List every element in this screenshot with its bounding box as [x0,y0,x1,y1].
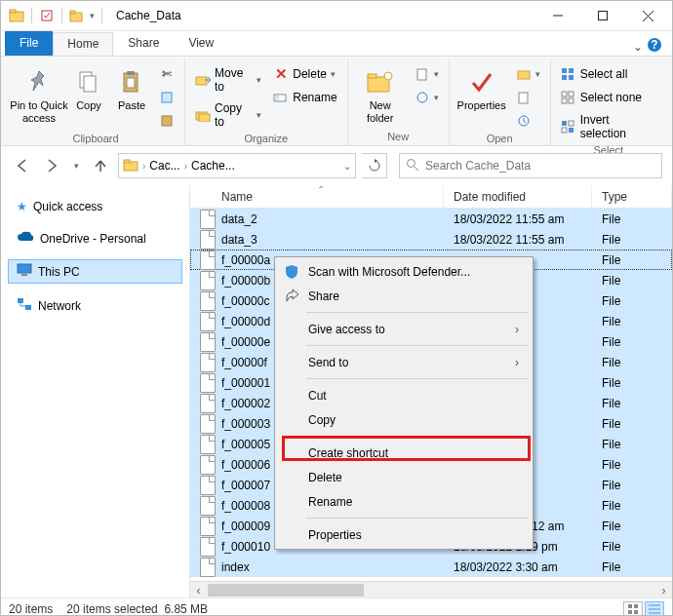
properties-qat-icon[interactable] [39,8,55,23]
selectall-button[interactable]: Select all [557,64,660,84]
edit-small-button[interactable] [512,88,544,107]
view-details-button[interactable] [645,601,664,617]
ctx-copy[interactable]: Copy [277,407,531,432]
newfolder-icon [365,66,396,97]
help-icon[interactable]: ? [647,37,662,56]
file-name: f_00000f [221,356,267,369]
column-type[interactable]: Type [592,185,672,208]
pasteshortcut-small-button[interactable] [155,111,178,131]
file-name: f_000003 [221,417,270,431]
ctx-give-access[interactable]: Give access to › [277,317,531,341]
file-icon [200,496,216,516]
delete-button[interactable]: ✕Delete ▾ [269,64,340,84]
copypath-small-button[interactable] [155,88,178,107]
newitem-small-button[interactable]: ▾ [411,64,443,84]
easyaccess-small-button[interactable]: ▾ [411,88,443,107]
svg-rect-52 [634,604,638,608]
collapse-ribbon-icon[interactable]: ⌄ [633,40,643,54]
qat-dropdown-icon[interactable]: ▾ [88,11,95,20]
svg-rect-39 [562,121,567,126]
file-row[interactable]: data_318/03/2022 11:55 amFile [190,229,672,250]
file-row[interactable]: index18/03/2022 3:30 amFile [190,557,672,577]
close-button[interactable] [625,1,670,31]
ctx-share[interactable]: Share [277,284,531,308]
rename-button[interactable]: Rename [269,88,340,107]
chevron-right-icon[interactable]: › [184,161,187,172]
recent-dropdown[interactable]: ▾ [69,154,83,177]
svg-rect-44 [124,160,130,163]
view-thumbnails-button[interactable] [623,601,643,617]
svg-rect-36 [569,92,574,96]
file-type: File [592,536,672,557]
open-small-button[interactable]: ▾ [512,64,544,84]
svg-rect-34 [569,75,574,80]
ctx-create-shortcut[interactable]: Create shortcut [277,441,531,465]
back-button[interactable] [11,154,34,177]
tab-file[interactable]: File [5,31,53,56]
copy-button[interactable]: Copy [69,62,108,112]
ctx-rename[interactable]: Rename [277,489,531,514]
nav-sidebar: ★ Quick access OneDrive - Personal This … [1,185,190,597]
breadcrumb-seg-2[interactable]: Cache... [191,159,235,173]
tab-home[interactable]: Home [53,32,113,56]
minimize-button[interactable] [535,1,580,31]
file-icon [200,435,216,454]
scroll-thumb[interactable] [208,584,364,597]
chevron-right-icon[interactable]: › [142,161,145,172]
tab-share[interactable]: Share [113,31,174,56]
cut-small-button[interactable]: ✄ [155,64,178,84]
newfolder-button[interactable]: New folder [354,62,407,125]
refresh-button[interactable] [362,153,387,178]
scroll-left-icon[interactable]: ‹ [190,582,207,597]
file-icon [200,394,216,413]
svg-rect-32 [569,68,574,73]
history-small-button[interactable] [512,111,544,131]
maximize-button[interactable] [580,1,625,31]
column-name[interactable]: Name⌃ [190,185,444,208]
sidebar-item-network[interactable]: Network [9,294,181,317]
file-type: File [592,250,672,270]
file-row[interactable]: data_218/03/2022 11:55 amFile [190,209,672,229]
file-name: f_000005 [221,438,270,451]
newfolder-qat-icon[interactable] [69,8,85,23]
moveto-button[interactable]: Move to ▾ [191,64,265,96]
star-icon: ★ [17,200,27,213]
sidebar-item-thispc[interactable]: This PC [9,260,181,283]
pin-quickaccess-button[interactable]: Pin to Quick access [13,62,65,125]
invertselection-button[interactable]: Invert selection [557,111,660,142]
sidebar-item-quickaccess[interactable]: ★ Quick access [9,197,181,216]
copyto-button[interactable]: Copy to ▾ [191,99,265,131]
file-icon [200,210,216,229]
svg-rect-4 [70,11,75,14]
file-name: index [221,560,250,574]
file-icon [200,537,216,557]
svg-rect-41 [562,128,567,133]
address-bar[interactable]: › Cac... › Cache... ⌄ [118,153,356,178]
horizontal-scrollbar[interactable]: ‹ › [190,581,672,597]
scroll-right-icon[interactable]: › [655,582,672,597]
ctx-send-to[interactable]: Send to › [277,350,531,374]
tab-view[interactable]: View [174,31,228,56]
svg-rect-37 [562,98,567,103]
file-name: data_2 [221,212,257,226]
paste-shortcut-icon [159,113,175,129]
window-title: Cache_Data [112,9,535,22]
ctx-cut[interactable]: Cut [277,383,531,407]
column-date[interactable]: Date modified [444,185,592,208]
forward-button[interactable] [40,154,63,177]
breadcrumb-seg-1[interactable]: Cac... [149,159,179,173]
ctx-scan-defender[interactable]: Scan with Microsoft Defender... [277,259,531,284]
search-box[interactable]: Search Cache_Data [399,153,662,178]
ctx-delete[interactable]: Delete [277,465,531,489]
file-type: File [592,454,672,475]
sidebar-item-onedrive[interactable]: OneDrive - Personal [9,228,181,249]
network-icon [17,297,32,314]
selectnone-button[interactable]: Select none [557,88,660,107]
properties-button[interactable]: Properties [455,62,508,112]
svg-rect-18 [196,77,207,85]
paste-button[interactable]: Paste [112,62,151,112]
up-button[interactable] [89,154,112,177]
ctx-properties[interactable]: Properties [277,522,531,547]
address-dropdown-icon[interactable]: ⌄ [343,161,351,172]
svg-rect-40 [569,121,574,126]
